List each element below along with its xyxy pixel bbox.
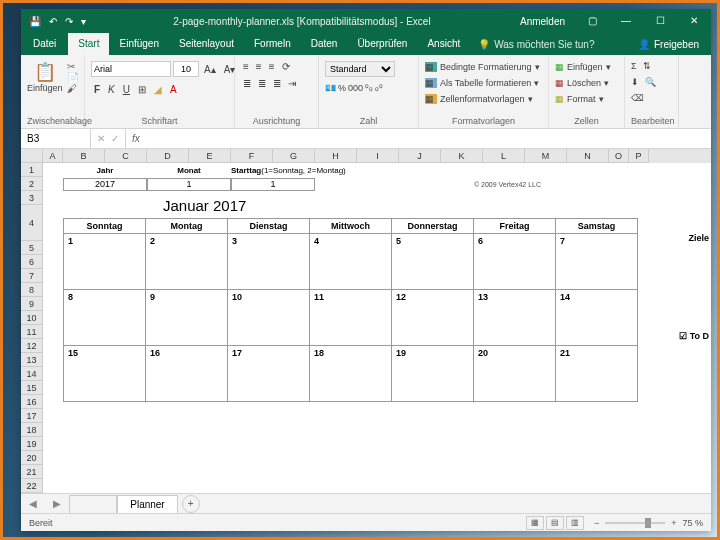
cal-cell[interactable]: 16 bbox=[146, 346, 228, 402]
font-name-input[interactable] bbox=[91, 61, 171, 77]
col-header[interactable]: M bbox=[525, 149, 567, 163]
font-color-button[interactable]: A bbox=[167, 83, 180, 96]
row-header[interactable]: 8 bbox=[21, 283, 42, 297]
bold-button[interactable]: F bbox=[91, 83, 103, 96]
col-header[interactable]: C bbox=[105, 149, 147, 163]
row-header[interactable]: 21 bbox=[21, 465, 42, 479]
row-header[interactable]: 12 bbox=[21, 339, 42, 353]
col-header[interactable]: H bbox=[315, 149, 357, 163]
font-size-input[interactable] bbox=[173, 61, 199, 77]
align-middle-icon[interactable]: ≡ bbox=[254, 61, 264, 72]
col-header[interactable]: F bbox=[231, 149, 273, 163]
col-header[interactable]: N bbox=[567, 149, 609, 163]
save-icon[interactable]: 💾 bbox=[29, 16, 41, 27]
cal-cell[interactable]: 9 bbox=[146, 290, 228, 346]
cal-cell[interactable]: 15 bbox=[64, 346, 146, 402]
delete-cells-button[interactable]: ▦Löschen ▾ bbox=[555, 77, 609, 89]
zoom-in-button[interactable]: + bbox=[671, 518, 676, 528]
cal-cell[interactable]: 20 bbox=[474, 346, 556, 402]
cut-icon[interactable]: ✂ bbox=[67, 61, 79, 72]
row-header[interactable]: 4 bbox=[21, 205, 42, 241]
fx-label[interactable]: fx bbox=[126, 133, 146, 144]
tab-file[interactable]: Datei bbox=[21, 33, 68, 55]
zoom-out-button[interactable]: − bbox=[594, 518, 599, 528]
row-header[interactable]: 20 bbox=[21, 451, 42, 465]
underline-button[interactable]: U bbox=[120, 83, 133, 96]
col-header[interactable]: A bbox=[43, 149, 63, 163]
cal-cell[interactable]: 2 bbox=[146, 234, 228, 290]
row-header[interactable]: 14 bbox=[21, 367, 42, 381]
page-layout-view-icon[interactable]: ▤ bbox=[546, 516, 564, 530]
insert-cells-button[interactable]: ▦Einfügen ▾ bbox=[555, 61, 611, 73]
add-sheet-button[interactable]: + bbox=[182, 495, 200, 513]
tab-review[interactable]: Überprüfen bbox=[347, 33, 417, 55]
cancel-formula-icon[interactable]: ✕ bbox=[97, 133, 105, 144]
sheet-tab-hidden[interactable] bbox=[69, 495, 117, 513]
normal-view-icon[interactable]: ▦ bbox=[526, 516, 544, 530]
page-break-view-icon[interactable]: ▥ bbox=[566, 516, 584, 530]
tell-me[interactable]: 💡Was möchten Sie tun? bbox=[470, 33, 626, 55]
col-header[interactable]: K bbox=[441, 149, 483, 163]
row-header[interactable]: 6 bbox=[21, 255, 42, 269]
number-format-select[interactable]: Standard bbox=[325, 61, 395, 77]
conditional-formatting-button[interactable]: ▦Bedingte Formatierung ▾ bbox=[425, 61, 540, 73]
tab-formulas[interactable]: Formeln bbox=[244, 33, 301, 55]
autosum-icon[interactable]: Σ bbox=[631, 61, 637, 71]
row-header[interactable]: 18 bbox=[21, 423, 42, 437]
tab-page-layout[interactable]: Seitenlayout bbox=[169, 33, 244, 55]
cal-cell[interactable]: 10 bbox=[228, 290, 310, 346]
cal-cell[interactable]: 14 bbox=[556, 290, 638, 346]
minimize-icon[interactable]: — bbox=[609, 9, 643, 33]
row-header[interactable]: 7 bbox=[21, 269, 42, 283]
col-header[interactable]: D bbox=[147, 149, 189, 163]
zoom-slider[interactable] bbox=[605, 522, 665, 524]
col-header[interactable]: P bbox=[629, 149, 649, 163]
increase-decimal-icon[interactable]: ⁰₀ bbox=[365, 83, 373, 93]
copy-icon[interactable]: 📄 bbox=[67, 72, 79, 83]
row-header[interactable]: 22 bbox=[21, 479, 42, 493]
close-icon[interactable]: ✕ bbox=[677, 9, 711, 33]
cal-cell[interactable]: 13 bbox=[474, 290, 556, 346]
align-right-icon[interactable]: ≣ bbox=[271, 78, 283, 89]
cal-cell[interactable]: 8 bbox=[64, 290, 146, 346]
border-button[interactable]: ⊞ bbox=[135, 83, 149, 96]
col-header[interactable]: I bbox=[357, 149, 399, 163]
row-header[interactable]: 3 bbox=[21, 191, 42, 205]
row-header[interactable]: 13 bbox=[21, 353, 42, 367]
cal-cell[interactable]: 21 bbox=[556, 346, 638, 402]
format-cells-button[interactable]: ▦Format ▾ bbox=[555, 93, 604, 105]
cal-cell[interactable]: 7 bbox=[556, 234, 638, 290]
percent-icon[interactable]: % bbox=[338, 83, 346, 93]
cal-cell[interactable]: 12 bbox=[392, 290, 474, 346]
enter-formula-icon[interactable]: ✓ bbox=[111, 133, 119, 144]
cell-styles-button[interactable]: ▦Zellenformatvorlagen ▾ bbox=[425, 93, 533, 105]
tab-data[interactable]: Daten bbox=[301, 33, 348, 55]
cal-cell[interactable]: 11 bbox=[310, 290, 392, 346]
align-top-icon[interactable]: ≡ bbox=[241, 61, 251, 72]
clear-icon[interactable]: ⌫ bbox=[631, 93, 644, 103]
sheet-grid[interactable]: A B C D E F G H I J K L M N O P Jahr bbox=[43, 149, 711, 493]
cal-cell[interactable]: 19 bbox=[392, 346, 474, 402]
row-header[interactable]: 19 bbox=[21, 437, 42, 451]
cal-cell[interactable]: 17 bbox=[228, 346, 310, 402]
comma-icon[interactable]: 000 bbox=[348, 83, 363, 93]
zoom-level[interactable]: 75 % bbox=[682, 518, 703, 528]
align-bottom-icon[interactable]: ≡ bbox=[267, 61, 277, 72]
maximize-icon[interactable]: ☐ bbox=[643, 9, 677, 33]
monat-value[interactable]: 1 bbox=[147, 178, 231, 191]
starttag-value[interactable]: 1 bbox=[231, 178, 315, 191]
row-header[interactable]: 17 bbox=[21, 409, 42, 423]
name-box[interactable]: B3 bbox=[21, 129, 91, 148]
cal-cell[interactable]: 6 bbox=[474, 234, 556, 290]
format-painter-icon[interactable]: 🖌 bbox=[67, 83, 79, 94]
orientation-icon[interactable]: ⟳ bbox=[280, 61, 292, 72]
indent-icon[interactable]: ⇥ bbox=[286, 78, 298, 89]
sheet-nav-prev-icon[interactable]: ◀ bbox=[21, 498, 45, 509]
worksheet-area[interactable]: 1 2 3 4 5 6 7 8 9 10 11 12 13 14 15 16 1… bbox=[21, 149, 711, 493]
tab-start[interactable]: Start bbox=[68, 33, 109, 55]
qat-customize-icon[interactable]: ▾ bbox=[81, 16, 86, 27]
col-header[interactable]: L bbox=[483, 149, 525, 163]
sheet-tab-planner[interactable]: Planner bbox=[117, 495, 177, 513]
decrease-decimal-icon[interactable]: ₀⁰ bbox=[375, 83, 383, 93]
redo-icon[interactable]: ↷ bbox=[65, 16, 73, 27]
